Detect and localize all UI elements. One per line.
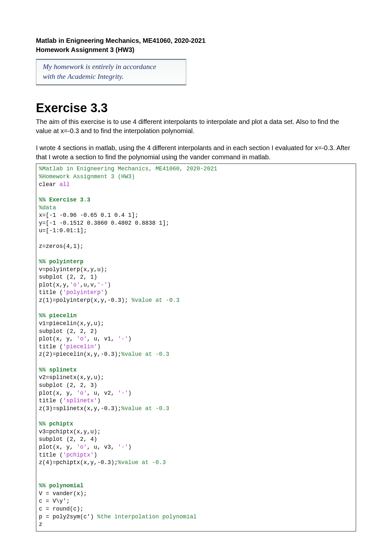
code-line: ): [107, 282, 111, 288]
code-string: 'piecelin': [63, 343, 97, 350]
code-comment: %Homework Assignment 3 (HW3): [39, 173, 135, 180]
code-line: ): [97, 343, 101, 350]
code-section: %% piecelin: [39, 312, 77, 319]
code-line: ): [104, 289, 108, 296]
code-string: 'o': [70, 282, 80, 288]
code-line: y=[-1 -0.1512 0.3860 0.4802 0.8838 1];: [39, 220, 169, 226]
code-line: title (: [39, 289, 63, 296]
code-comment: %data: [39, 204, 56, 211]
code-section: %% Exercise 3.3: [39, 197, 90, 203]
code-section: %% polynomial: [39, 482, 84, 489]
code-string: '-': [97, 282, 108, 288]
code-section: %% splinetx: [39, 367, 77, 373]
code-line: v1=piecelin(x,y,u);: [39, 320, 104, 327]
code-string: 'splinetx': [63, 397, 97, 404]
code-line: ): [128, 336, 132, 342]
code-line: x=[-1 -0.96 -0.65 0.1 0.4 1];: [39, 212, 139, 218]
code-line: title (: [39, 452, 63, 458]
code-line: v3=pchiptx(x,y,u);: [39, 428, 101, 435]
code-line: z(2)=piecelin(x,y,-0.3);: [39, 351, 121, 357]
code-string: 'o': [77, 444, 87, 450]
code-line: title (: [39, 397, 63, 404]
code-line: V = vander(x);: [39, 490, 87, 497]
code-line: subplot (2, 2, 1): [39, 274, 97, 280]
code-string: 'o': [77, 390, 87, 396]
code-line: plot(x, y,: [39, 390, 77, 396]
code-line: c = round(c);: [39, 506, 84, 512]
code-line: ,u,v,: [80, 282, 97, 288]
code-string: 'pchiptx': [63, 452, 94, 458]
code-line: plot(x, y,: [39, 336, 77, 342]
code-string: '-': [118, 336, 128, 342]
code-comment: %value at -0.3: [121, 351, 169, 357]
assignment-title: Homework Assignment 3 (HW3): [36, 45, 356, 54]
exercise-paragraph-2: I wrote 4 sections in matlab, using the …: [36, 143, 356, 162]
code-line: z: [39, 521, 42, 528]
code-comment: %the interpolation polynomial: [97, 513, 197, 520]
code-string: '-': [118, 444, 128, 450]
code-line: subplot (2, 2, 3): [39, 382, 97, 389]
code-line: , u, v2,: [87, 390, 118, 396]
code-line: ): [97, 397, 101, 404]
code-string: all: [59, 181, 70, 188]
code-section: %% polyinterp: [39, 258, 84, 265]
integrity-line1: My homework is entirely in accordance: [43, 62, 183, 72]
code-line: ): [128, 444, 132, 450]
code-line: title (: [39, 343, 63, 350]
exercise-paragraph-1: The aim of this exercise is to use 4 dif…: [36, 117, 356, 135]
code-comment: %value at -0.3: [118, 459, 166, 466]
code-section: %% pchiptx: [39, 421, 73, 427]
code-line: ): [128, 390, 132, 396]
code-string: '-': [118, 390, 128, 396]
code-line: z=zeros(4,1);: [39, 243, 84, 250]
code-line: plot(x,y,: [39, 282, 70, 288]
code-line: subplot (2, 2, 4): [39, 436, 97, 442]
code-line: z(4)=pchiptx(x,y,-0.3);: [39, 459, 118, 466]
code-comment: %value at -0.3: [121, 405, 169, 412]
code-line: ): [94, 452, 97, 458]
code-comment: %value at -0.3: [132, 297, 180, 304]
code-line: p = poly2sym(c'): [39, 513, 97, 520]
code-line: subplot (2, 2, 2): [39, 328, 97, 335]
matlab-code-block: %Matlab in Enigneering Mechanics, ME4106…: [36, 164, 356, 531]
code-line: clear: [39, 181, 59, 188]
code-line: z(3)=splinetx(x,y,-0.3);: [39, 405, 121, 412]
code-line: plot(x, y,: [39, 444, 77, 450]
integrity-line2: with the Academic Integrity.: [43, 72, 183, 81]
code-string: 'polyinterp': [63, 289, 104, 296]
code-line: v=polyinterp(x,y,u);: [39, 266, 107, 273]
code-line: v2=splinetx(x,y,u);: [39, 374, 104, 381]
code-string: 'o': [77, 336, 87, 342]
code-line: z(1)=polyinterp(x,y,-0.3);: [39, 297, 132, 304]
code-line: u=[-1:0.01:1];: [39, 227, 87, 234]
course-title: Matlab in Enigneering Mechanics, ME41060…: [36, 36, 356, 45]
code-comment: %Matlab in Enigneering Mechanics, ME4106…: [39, 165, 217, 172]
code-line: , u, v1,: [87, 336, 118, 342]
code-line: c = V\y';: [39, 498, 70, 504]
code-line: , u, v3,: [87, 444, 118, 450]
exercise-heading: Exercise 3.3: [36, 101, 356, 115]
integrity-statement: My homework is entirely in accordance wi…: [36, 59, 186, 85]
